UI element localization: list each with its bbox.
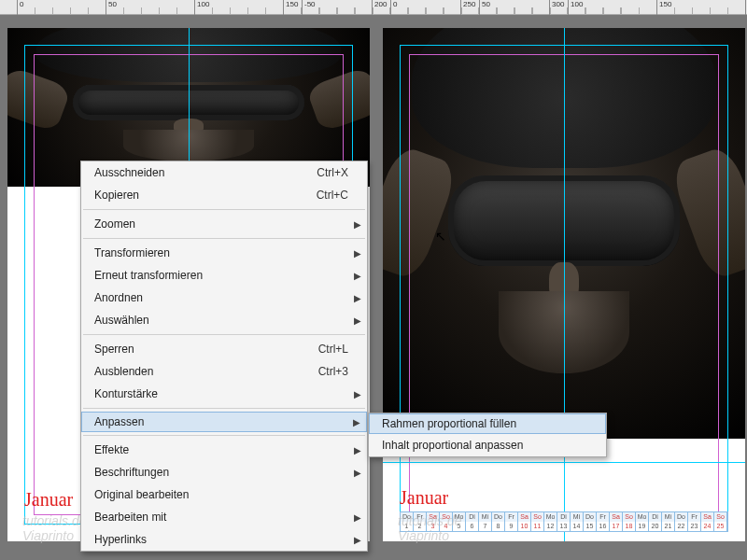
calendar-cell: Di20 (649, 512, 662, 531)
context-menu[interactable]: AusschneidenCtrl+XKopierenCtrl+CZoomen▶T… (80, 161, 368, 552)
menu-item-label: Bearbeiten mit (94, 511, 348, 524)
context-menu-item-transformieren[interactable]: Transformieren▶ (81, 242, 367, 264)
watermark-right-2: Viaprinto (398, 528, 449, 543)
calendar-month-right: Januar (400, 487, 448, 509)
watermark-right-1: tutorials.de (398, 513, 461, 528)
menu-item-label: Zoomen (94, 217, 348, 231)
ruler-tick: 100 (568, 0, 583, 15)
calendar-cell: Sa17 (610, 512, 623, 531)
ruler-tick: 0 (390, 0, 397, 15)
submenu-arrow-icon: ▶ (354, 271, 361, 281)
ruler-tick: -50 (302, 0, 316, 15)
ruler-tick: 100 (194, 0, 209, 15)
menu-item-label: Inhalt proportional anpassen (382, 439, 587, 452)
ruler-tick: 150 (656, 0, 671, 15)
calendar-cell: Fr16 (597, 512, 610, 531)
guide-vertical-right (564, 28, 565, 541)
menu-item-label: Ausschneiden (94, 166, 289, 179)
context-menu-item-auswählen[interactable]: Auswählen▶ (81, 309, 367, 331)
menu-item-label: Auswählen (94, 314, 348, 327)
menu-item-label: Konturstärke (94, 387, 348, 400)
menu-item-label: Hyperlinks (94, 533, 348, 546)
menu-item-label: Beschriftungen (94, 466, 348, 479)
watermark-left-1: tutorials.de (22, 513, 86, 528)
calendar-cell: Mo12 (544, 512, 557, 531)
calendar-cell: Fr9 (505, 512, 518, 531)
ruler-tick: 150 (283, 0, 298, 15)
submenu-arrow-icon: ▶ (354, 389, 361, 399)
context-menu-item-zoomen[interactable]: Zoomen▶ (81, 213, 367, 235)
submenu-arrow-icon: ▶ (354, 293, 361, 303)
menu-item-label: Rahmen proportional füllen (382, 417, 587, 430)
menu-item-shortcut: Ctrl+X (317, 166, 348, 179)
calendar-cell: Sa24 (701, 512, 714, 531)
submenu-arrow-icon: ▶ (354, 512, 361, 523)
menu-item-label: Kopieren (94, 189, 289, 202)
menu-item-label: Original bearbeiten (94, 488, 348, 501)
context-menu-item-effekte[interactable]: Effekte▶ (81, 439, 367, 461)
calendar-cell: So18 (623, 512, 636, 531)
submenu-arrow-icon: ▶ (354, 315, 361, 326)
submenu-arrow-icon: ▶ (354, 445, 361, 455)
submenu-arrow-icon: ▶ (354, 468, 361, 478)
calendar-cell: Fr23 (688, 512, 701, 531)
calendar-cell: Mi14 (571, 512, 584, 531)
ruler-horizontal: 050100150200250300-50050100150200 (0, 0, 747, 15)
submenu-arrow-icon: ▶ (353, 417, 360, 427)
submenu-arrow-icon: ▶ (354, 535, 361, 545)
menu-item-label: Erneut transformieren (94, 269, 348, 282)
calendar-month-left: Januar (24, 489, 73, 511)
context-menu-item-original-bearbeiten[interactable]: Original bearbeiten (81, 483, 367, 506)
context-menu-item-ausschneiden[interactable]: AusschneidenCtrl+X (81, 161, 367, 184)
watermark-left-2: Viaprinto (22, 528, 74, 543)
context-menu-item-anpassen[interactable]: Anpassen▶ (81, 412, 367, 432)
ruler-tick: 0 (17, 0, 23, 15)
page-right[interactable]: Januar Do1Fr2Sa3So4Mo5Di6Mi7Do8Fr9Sa10So… (383, 28, 745, 541)
submenu-item-inhalt-proportional-anpassen[interactable]: Inhalt proportional anpassen (369, 434, 606, 456)
calendar-cell: Mi21 (662, 512, 675, 531)
calendar-cell: So25 (714, 512, 727, 531)
ruler-tick: 200 (372, 0, 387, 15)
menu-item-label: Transformieren (94, 246, 348, 259)
calendar-cell: Do22 (675, 512, 688, 531)
context-menu-item-hyperlinks[interactable]: Hyperlinks▶ (81, 528, 367, 551)
context-menu-item-erneut-transformieren[interactable]: Erneut transformieren▶ (81, 264, 367, 287)
context-menu-item-kopieren[interactable]: KopierenCtrl+C (81, 184, 367, 206)
calendar-cell: Do8 (492, 512, 505, 531)
submenu-arrow-icon: ▶ (354, 248, 361, 259)
ruler-tick: 50 (479, 0, 490, 15)
ruler-tick: 50 (106, 0, 117, 15)
menu-item-label: Ausblenden (94, 365, 290, 378)
menu-item-shortcut: Ctrl+C (317, 189, 348, 202)
context-menu-item-anordnen[interactable]: Anordnen▶ (81, 287, 367, 309)
calendar-cell: Di6 (466, 512, 479, 531)
menu-item-label: Sperren (94, 343, 290, 356)
menu-item-label: Effekte (94, 443, 348, 456)
calendar-cell: Di13 (557, 512, 571, 531)
context-submenu-anpassen[interactable]: Rahmen proportional füllenInhalt proport… (368, 413, 607, 457)
context-menu-item-sperren[interactable]: SperrenCtrl+L (81, 338, 367, 360)
context-menu-item-konturstärke[interactable]: Konturstärke▶ (81, 383, 367, 405)
submenu-arrow-icon: ▶ (354, 219, 361, 230)
ruler-tick: 300 (549, 0, 564, 15)
context-menu-item-beschriftungen[interactable]: Beschriftungen▶ (81, 461, 367, 483)
guide-horizontal-right (383, 462, 745, 463)
calendar-cell: Mo19 (636, 512, 649, 531)
context-menu-item-bearbeiten-mit[interactable]: Bearbeiten mit▶ (81, 506, 367, 528)
context-menu-item-ausblenden[interactable]: AusblendenCtrl+3 (81, 360, 367, 383)
menu-item-label: Anordnen (94, 291, 348, 304)
calendar-cell: Mi7 (479, 512, 492, 531)
submenu-item-rahmen-proportional-füllen[interactable]: Rahmen proportional füllen (369, 413, 606, 434)
menu-item-shortcut: Ctrl+3 (318, 365, 348, 378)
ruler-tick: 250 (460, 0, 475, 15)
calendar-cell: So11 (531, 512, 544, 531)
menu-item-label: Anpassen (94, 415, 348, 428)
calendar-cell: Sa10 (518, 512, 531, 531)
calendar-cell: Do15 (584, 512, 597, 531)
menu-item-shortcut: Ctrl+L (318, 343, 348, 356)
